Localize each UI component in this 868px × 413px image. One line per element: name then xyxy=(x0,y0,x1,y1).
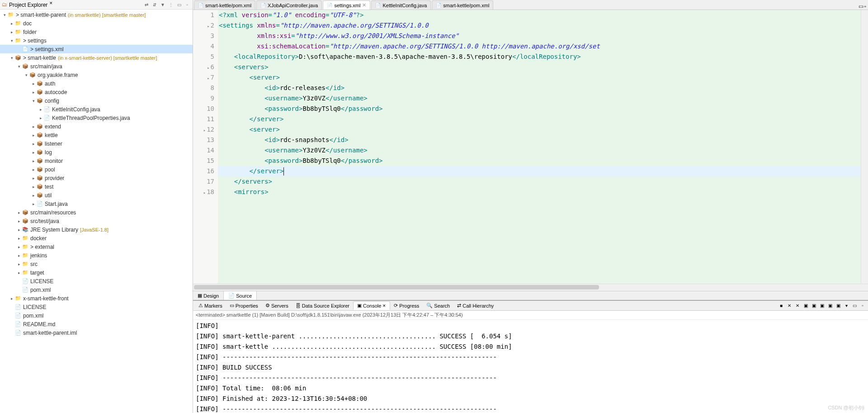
tree-item[interactable]: ▸📦monitor xyxy=(0,157,193,165)
minimize-icon[interactable]: ▭ xyxy=(175,1,183,8)
console-toolbar-icon[interactable]: ▾ xyxy=(843,302,850,309)
tree-arrow-icon[interactable]: ▸ xyxy=(31,159,36,163)
tree-item[interactable]: ▸📁folder xyxy=(0,28,193,36)
tree-item[interactable]: 📄README.md xyxy=(0,320,193,328)
editor-tab[interactable]: 📄smart-kettle/pom.xml xyxy=(432,0,493,9)
tree-arrow-icon[interactable]: ▸ xyxy=(38,116,43,120)
bottom-tab[interactable]: ⚠Markers xyxy=(195,302,226,309)
tree-item[interactable]: ▸📁doc xyxy=(0,19,193,28)
tree-item[interactable]: ▾📁> settings xyxy=(0,36,193,45)
tree-item[interactable]: ▸📄KettleThreadPoolProperties.java xyxy=(0,114,193,122)
editor-tab[interactable]: 📄XJobApiController.java xyxy=(256,0,322,9)
tree-item[interactable]: 📄pom.xml xyxy=(0,285,193,294)
tree-item[interactable]: ▸📦test xyxy=(0,182,193,191)
project-tree[interactable]: ▾📁> smart-kettle-parent(in smartkettle) … xyxy=(0,9,193,413)
tree-arrow-icon[interactable]: ▸ xyxy=(16,262,22,266)
tree-arrow-icon[interactable]: ▸ xyxy=(9,296,14,301)
menu-icon[interactable]: ⋮ xyxy=(167,1,175,8)
tree-arrow-icon[interactable]: ▸ xyxy=(31,176,36,180)
editor-hscroll[interactable] xyxy=(193,284,868,291)
tree-arrow-icon[interactable]: ▾ xyxy=(31,99,36,103)
mode-tab-source[interactable]: 📄 Source xyxy=(224,291,257,300)
tree-item[interactable]: ▸📦src/test/java xyxy=(0,217,193,225)
console-toolbar-icon[interactable]: ▣ xyxy=(835,302,842,309)
editor-area[interactable]: 123456789101112131415161718 <?xml versio… xyxy=(193,10,868,284)
tree-item[interactable]: ▸📁src xyxy=(0,260,193,268)
tree-item[interactable]: ▾📦config xyxy=(0,96,193,105)
console-output[interactable]: [INFO] [INFO] smart-kettle-parent ......… xyxy=(193,320,868,413)
tree-item[interactable]: ▸📦log xyxy=(0,148,193,157)
tree-item[interactable]: 📄> settings.xml xyxy=(0,45,193,53)
tree-item[interactable]: ▸📄KettleInitConfig.java xyxy=(0,105,193,114)
maximize-icon[interactable]: ▫ xyxy=(864,3,866,9)
tree-item[interactable]: 📄LICENSE xyxy=(0,303,193,311)
minimize-icon[interactable]: ▭ xyxy=(859,3,863,9)
tree-item[interactable]: ▾📦> smart-kettle(in x-smart-kettle-serve… xyxy=(0,53,193,62)
bottom-tab[interactable]: ⇄Call Hierarchy xyxy=(453,302,497,309)
tree-arrow-icon[interactable]: ▸ xyxy=(16,219,22,223)
tree-item[interactable]: ▸📦autocode xyxy=(0,88,193,96)
console-toolbar-icon[interactable]: ✕ xyxy=(794,302,801,309)
tree-item[interactable]: ▸📄Start.java xyxy=(0,199,193,208)
console-toolbar-icon[interactable]: ■ xyxy=(778,302,785,309)
tree-arrow-icon[interactable]: ▸ xyxy=(9,30,14,34)
tree-arrow-icon[interactable]: ▾ xyxy=(9,56,14,60)
tree-arrow-icon[interactable]: ▸ xyxy=(16,236,22,241)
close-icon[interactable]: ✕ xyxy=(362,2,366,8)
tree-item[interactable]: ▸📚JRE System Library[JavaSE-1.8] xyxy=(0,225,193,234)
editor-tab[interactable]: 📄smart-kettle/pom.xml xyxy=(194,0,255,9)
console-toolbar-icon[interactable]: ▣ xyxy=(818,302,826,309)
tree-item[interactable]: ▸📦src/main/resources xyxy=(0,208,193,217)
tree-arrow-icon[interactable]: ▸ xyxy=(31,142,36,146)
tree-item[interactable]: ▸📦listener xyxy=(0,139,193,148)
tree-item[interactable]: ▸📦util xyxy=(0,191,193,199)
tree-arrow-icon[interactable]: ▸ xyxy=(16,245,22,249)
link-editor-icon[interactable]: ⇵ xyxy=(151,1,158,8)
bottom-tab[interactable]: 🔍Search xyxy=(423,302,453,309)
bottom-tab[interactable]: ▭Properties xyxy=(226,302,262,309)
tree-item[interactable]: 📄pom.xml xyxy=(0,311,193,320)
tree-item[interactable]: ▸📦pool xyxy=(0,165,193,174)
bottom-tab[interactable]: 🗄Data Source Explorer xyxy=(292,302,353,309)
editor-tab[interactable]: 📄KettleInitConfig.java xyxy=(371,0,431,9)
tree-item[interactable]: ▸📦kettle xyxy=(0,131,193,139)
tree-arrow-icon[interactable]: ▸ xyxy=(31,81,36,86)
tree-item[interactable]: ▸📦extend xyxy=(0,122,193,131)
tree-item[interactable]: 📄LICENSE xyxy=(0,277,193,285)
tree-arrow-icon[interactable]: ▸ xyxy=(16,228,22,232)
maximize-icon[interactable]: ▫ xyxy=(184,1,191,8)
editor-tab[interactable]: 📄settings.xml ✕ xyxy=(323,0,370,9)
tree-item[interactable]: ▸📁docker xyxy=(0,234,193,242)
console-toolbar-icon[interactable]: ▫ xyxy=(859,302,866,309)
tree-item[interactable]: ▸📦auth xyxy=(0,79,193,88)
bottom-tab[interactable]: ▣Console ✕ xyxy=(353,301,390,310)
tree-arrow-icon[interactable]: ▸ xyxy=(31,133,36,138)
tree-arrow-icon[interactable]: ▸ xyxy=(31,167,36,172)
console-toolbar-icon[interactable]: ▣ xyxy=(802,302,809,309)
tree-item[interactable]: 📄smart-kettle-parent.iml xyxy=(0,328,193,337)
tree-arrow-icon[interactable]: ▸ xyxy=(31,124,36,129)
tree-arrow-icon[interactable]: ▸ xyxy=(16,210,22,215)
tree-item[interactable]: ▸📦provider xyxy=(0,174,193,182)
tree-arrow-icon[interactable]: ▾ xyxy=(2,13,7,17)
tree-item[interactable]: ▸📁> external xyxy=(0,242,193,251)
tree-arrow-icon[interactable]: ▾ xyxy=(9,38,14,43)
editor-vscroll[interactable] xyxy=(861,10,868,284)
tree-item[interactable]: ▸📁x-smart-kettle-front xyxy=(0,294,193,303)
console-toolbar-icon[interactable]: ▣ xyxy=(810,302,817,309)
tree-item[interactable]: ▾📁> smart-kettle-parent(in smartkettle) … xyxy=(0,10,193,19)
tree-arrow-icon[interactable]: ▸ xyxy=(31,193,36,198)
tree-arrow-icon[interactable]: ▸ xyxy=(16,253,22,258)
collapse-all-icon[interactable]: ⇄ xyxy=(143,1,150,8)
tree-arrow-icon[interactable]: ▸ xyxy=(31,202,36,206)
console-toolbar-icon[interactable]: ✕ xyxy=(786,302,793,309)
tree-arrow-icon[interactable]: ▾ xyxy=(16,64,22,69)
tree-arrow-icon[interactable]: ▸ xyxy=(38,107,43,112)
mode-tab-design[interactable]: ▦ Design xyxy=(193,291,224,300)
console-toolbar-icon[interactable]: ▣ xyxy=(826,302,834,309)
bottom-tab[interactable]: ⚙Servers xyxy=(262,302,292,309)
tree-arrow-icon[interactable]: ▸ xyxy=(31,150,36,155)
tree-item[interactable]: ▾📦org.yaukie.frame xyxy=(0,71,193,79)
tree-arrow-icon[interactable]: ▸ xyxy=(16,271,22,275)
filter-icon[interactable]: ▼ xyxy=(159,1,166,8)
